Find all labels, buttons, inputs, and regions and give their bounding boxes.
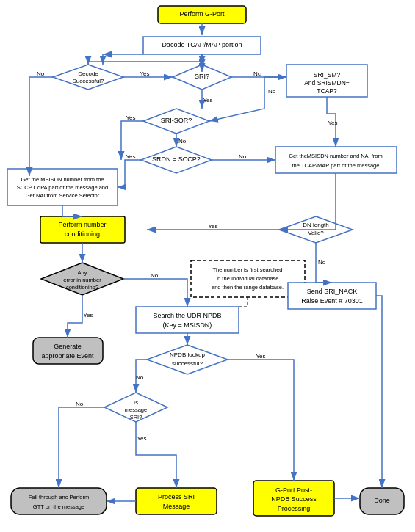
fall-through-label2: GTT on the message bbox=[33, 503, 84, 510]
sri-sm-label2: And SRISMDN= bbox=[304, 79, 350, 87]
note-label2: in the Individual database bbox=[216, 275, 278, 282]
send-sri-nack-label2: Raise Event # 70301 bbox=[301, 297, 363, 305]
no-anyerr: No bbox=[151, 272, 159, 279]
npdb-label2: successful? bbox=[172, 360, 203, 367]
decode-successful-label: Decode bbox=[78, 70, 98, 77]
arrow-ismsg-yes bbox=[136, 422, 176, 488]
get-msisdn-tcap-box bbox=[275, 147, 397, 173]
is-msg-sri-label3: SRI? bbox=[130, 414, 142, 420]
flowchart-diagram: Perform G-Port Dacode TCAP/MAP portion D… bbox=[0, 0, 415, 532]
perform-gport-label: Perform G-Port bbox=[179, 10, 225, 18]
yes-label-srism: Yes bbox=[328, 120, 337, 126]
get-msisdn-sccp-label2: SCCP CdPA part of the message and bbox=[17, 184, 108, 191]
get-msisdn-tcap-label1: Get theMSISDN number and NAI from bbox=[289, 153, 383, 159]
npdb-label1: NPDB lookup bbox=[170, 351, 206, 358]
note-label1: The number is first searched bbox=[212, 266, 282, 273]
yes-anyerr: Yes bbox=[83, 312, 93, 318]
no-ismsg: No bbox=[76, 401, 84, 407]
no-npdb: No bbox=[136, 374, 144, 381]
yes-srdn: Yes bbox=[126, 153, 135, 160]
arrow-srism-no bbox=[209, 77, 286, 121]
path-to-decode-successful bbox=[88, 54, 202, 65]
arrow-ismsg-no bbox=[59, 407, 104, 488]
fall-through-box bbox=[11, 488, 107, 514]
note-label3: and then the range database. bbox=[212, 284, 284, 291]
arrow-npdb-yes bbox=[228, 360, 294, 481]
generate-event-label1: Generate bbox=[54, 343, 82, 350]
sri-sm-label3: TCAP? bbox=[317, 87, 337, 95]
search-udr-label1: Search the UDR NPDB bbox=[153, 312, 221, 319]
decode-tcap-label: Dacode TCAP/MAP portion bbox=[162, 41, 242, 48]
gport-post-label1: G-Port Post- bbox=[275, 487, 312, 494]
dn-length-label2: Valid? bbox=[308, 230, 324, 236]
arrow-srdn-yes bbox=[118, 160, 141, 187]
fall-through-label1: Fall through anc Perform bbox=[29, 494, 90, 500]
perform-number-label2: conditioning bbox=[65, 230, 100, 238]
yes-label-sri: Yes bbox=[203, 97, 212, 103]
sri-label: SRI? bbox=[195, 73, 209, 80]
generate-event-box bbox=[33, 338, 103, 364]
arrow-anyerr-yes bbox=[68, 295, 82, 338]
yes-dn: Yes bbox=[208, 223, 217, 230]
generate-event-label2: appropriate Event bbox=[41, 352, 94, 360]
is-msg-sri-label2: message bbox=[125, 407, 147, 413]
dn-length-label1: DN length bbox=[303, 222, 329, 228]
any-error-label3: conditioning? bbox=[66, 284, 98, 291]
no-srsor: No bbox=[178, 138, 187, 145]
note-connection bbox=[239, 297, 248, 307]
decode-successful-label2: Successful? bbox=[72, 78, 104, 84]
yes-ismsg: Yes bbox=[137, 435, 146, 442]
send-sri-nack-label1: Send SRI_NACK bbox=[307, 288, 358, 295]
get-msisdn-tcap-label2: the TCAP/MAP part of the message bbox=[292, 162, 380, 169]
arrow-getmsisdn-perform bbox=[62, 205, 82, 216]
no-dn: No bbox=[318, 259, 326, 266]
no-decode: No bbox=[37, 70, 45, 77]
arrow-anyerr-no bbox=[123, 279, 187, 307]
no-srdn: No bbox=[239, 153, 247, 160]
arrow-decode-no bbox=[29, 77, 53, 176]
gport-post-label2: NPDB Success bbox=[271, 495, 317, 503]
arrow-srinack-done bbox=[376, 296, 382, 488]
get-msisdn-sccp-label1: Get the MSISDN number from the bbox=[21, 176, 104, 183]
send-sri-nack-box bbox=[288, 283, 376, 309]
yes-label-1: Yes bbox=[140, 70, 149, 77]
is-msg-sri-label1: Is bbox=[134, 399, 138, 406]
perform-number-label1: Perform number bbox=[58, 221, 106, 228]
srdn-sccp-label: SRDN = SCCP? bbox=[152, 156, 201, 163]
sri-sor-label: SRI-SOR? bbox=[161, 117, 192, 124]
no-label-srism: No bbox=[268, 88, 276, 95]
process-sri-label1: Process SRI bbox=[158, 493, 195, 500]
yes-npdb: Yes bbox=[256, 353, 265, 360]
done-label: Done bbox=[374, 497, 390, 504]
get-msisdn-sccp-label3: Get NAI from Service Selector bbox=[26, 192, 100, 199]
search-udr-label2: (Key = MSISDN) bbox=[163, 321, 212, 329]
search-udr-box bbox=[136, 307, 239, 333]
yes-srsor: Yes bbox=[126, 114, 135, 121]
npdb-lookup-diamond bbox=[147, 345, 228, 374]
sri-sm-label1: SRI_SM? bbox=[314, 71, 341, 79]
process-sri-label2: Message bbox=[163, 503, 190, 510]
nc-label: Nc bbox=[253, 70, 261, 77]
gport-post-label3: Processing bbox=[278, 505, 311, 512]
any-error-label1: Any bbox=[78, 269, 87, 276]
any-error-label2: error in number bbox=[63, 277, 101, 283]
process-sri-box bbox=[136, 488, 217, 514]
